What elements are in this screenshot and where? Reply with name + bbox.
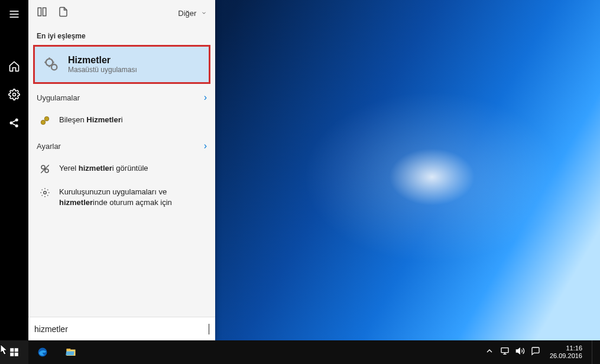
svg-line-8 <box>12 124 15 125</box>
svg-point-17 <box>41 120 46 125</box>
svg-rect-24 <box>15 348 18 352</box>
hamburger-icon[interactable] <box>0 0 28 28</box>
svg-marker-34 <box>516 348 520 353</box>
clock[interactable]: 11:16 26.09.2016 <box>546 344 586 359</box>
apps-filter-icon[interactable] <box>37 6 47 20</box>
network-icon[interactable] <box>500 346 510 358</box>
result-label: Kuruluşunuzun uygulamaları ve hizmetleri… <box>59 187 207 207</box>
svg-point-22 <box>44 191 47 194</box>
svg-rect-31 <box>501 348 508 353</box>
home-icon[interactable] <box>0 52 28 80</box>
gear-icon <box>39 187 51 199</box>
more-dropdown[interactable]: Diğer <box>178 9 207 18</box>
result-label: Bileşen Hizmetleri <box>59 115 123 125</box>
best-match-label: En iyi eşleşme <box>28 26 215 45</box>
search-panel: Diğer En iyi eşleşme Hizmetler Masaüstü … <box>28 0 215 340</box>
result-org-signin[interactable]: Kuruluşunuzun uygulamaları ve hizmetleri… <box>28 181 215 213</box>
action-center-icon[interactable] <box>531 346 540 358</box>
component-services-icon <box>39 115 51 126</box>
clock-time: 11:16 <box>550 344 582 352</box>
start-sidebar <box>0 0 28 340</box>
chevron-right-icon: › <box>204 141 207 151</box>
category-apps[interactable]: Uygulamalar › <box>28 84 215 109</box>
edge-icon[interactable] <box>28 340 57 364</box>
category-settings-label: Ayarlar <box>37 142 61 151</box>
best-match-subtitle: Masaüstü uygulaması <box>68 66 137 74</box>
svg-point-6 <box>15 125 18 128</box>
taskbar: 11:16 26.09.2016 <box>0 340 600 364</box>
svg-point-5 <box>15 119 18 122</box>
services-icon <box>43 56 60 73</box>
svg-point-4 <box>10 122 13 125</box>
svg-point-20 <box>45 169 48 173</box>
show-desktop-button[interactable] <box>592 340 595 364</box>
result-view-local-services[interactable]: Yerel hizmetleri görüntüle <box>28 157 215 181</box>
volume-icon[interactable] <box>515 346 525 358</box>
tray-chevron-icon[interactable] <box>485 346 494 358</box>
cursor-icon <box>0 344 8 356</box>
svg-rect-29 <box>67 349 71 350</box>
best-match-title: Hizmetler <box>68 55 137 66</box>
result-label: Yerel hizmetleri görüntüle <box>59 163 148 174</box>
chevron-right-icon: › <box>204 92 207 103</box>
svg-rect-10 <box>43 8 46 16</box>
panel-header: Diğer <box>28 0 215 26</box>
search-input[interactable] <box>34 324 209 334</box>
svg-rect-9 <box>38 8 41 16</box>
search-box[interactable] <box>28 317 215 340</box>
category-apps-label: Uygulamalar <box>37 93 80 102</box>
documents-filter-icon[interactable] <box>58 6 69 20</box>
svg-line-7 <box>12 121 15 122</box>
svg-rect-23 <box>10 348 14 352</box>
svg-point-19 <box>41 165 45 169</box>
best-match-result[interactable]: Hizmetler Masaüstü uygulaması <box>33 45 210 84</box>
svg-rect-30 <box>66 352 74 356</box>
svg-rect-26 <box>15 353 18 356</box>
clock-date: 26.09.2016 <box>550 352 582 360</box>
more-label: Diğer <box>178 9 196 18</box>
gear-icon[interactable] <box>0 80 28 109</box>
file-explorer-icon[interactable] <box>57 340 85 364</box>
svg-rect-25 <box>10 353 14 356</box>
local-services-icon <box>39 163 51 175</box>
chevron-down-icon <box>201 9 207 18</box>
system-tray: 11:16 26.09.2016 <box>485 340 600 364</box>
category-settings[interactable]: Ayarlar › <box>28 132 215 157</box>
svg-point-18 <box>44 116 49 121</box>
svg-point-3 <box>13 93 16 96</box>
share-icon[interactable] <box>0 109 28 137</box>
svg-point-12 <box>51 64 57 70</box>
result-component-services[interactable]: Bileşen Hizmetleri <box>28 109 215 132</box>
